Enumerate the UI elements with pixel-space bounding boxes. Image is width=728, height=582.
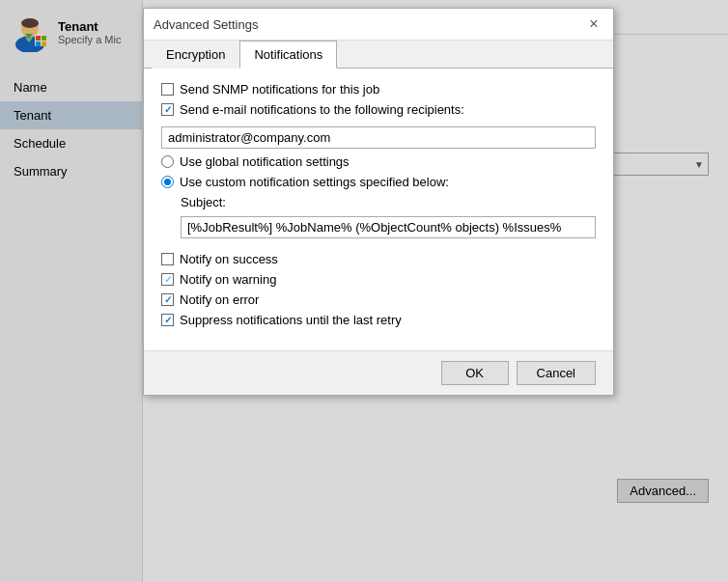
notify-warning-row: Notify on warning <box>161 272 596 287</box>
global-radio-row: Use global notification settings <box>161 154 596 169</box>
tab-notifications[interactable]: Notifications <box>239 41 337 69</box>
notify-error-checkbox[interactable] <box>161 293 174 306</box>
modal-title: Advanced Settings <box>154 17 258 32</box>
snmp-checkbox[interactable] <box>161 83 174 96</box>
notify-warning-label: Notify on warning <box>180 272 276 287</box>
ok-button[interactable]: OK <box>441 361 509 385</box>
global-radio-label: Use global notification settings <box>180 154 350 169</box>
modal-titlebar: Advanced Settings × <box>144 9 613 41</box>
email-checkbox[interactable] <box>161 103 174 116</box>
notify-warning-checkbox[interactable] <box>161 273 174 286</box>
custom-radio-label: Use custom notification settings specifi… <box>180 175 449 189</box>
modal-footer: OK Cancel <box>144 350 613 395</box>
email-row: Send e-mail notifications to the followi… <box>161 102 596 117</box>
cancel-button[interactable]: Cancel <box>517 361 596 385</box>
notify-success-label: Notify on success <box>180 252 278 266</box>
advanced-settings-dialog: Advanced Settings × Encryption Notificat… <box>143 8 614 396</box>
suppress-row: Suppress notifications until the last re… <box>161 313 596 327</box>
notify-error-label: Notify on error <box>180 292 259 307</box>
modal-body: Send SNMP notifications for this job Sen… <box>144 69 613 350</box>
subject-label: Subject: <box>181 195 596 209</box>
suppress-label: Suppress notifications until the last re… <box>180 313 402 327</box>
email-input[interactable]: administrator@company.com <box>161 126 596 149</box>
snmp-row: Send SNMP notifications for this job <box>161 82 596 97</box>
custom-radio[interactable] <box>161 176 174 188</box>
modal-tabs: Encryption Notifications <box>144 41 613 69</box>
close-button[interactable]: × <box>584 14 603 34</box>
notify-error-row: Notify on error <box>161 292 596 307</box>
notify-section: Notify on success Notify on warning Noti… <box>161 252 596 327</box>
subject-section: Subject: [%JobResult%] %JobName% (%Objec… <box>181 195 596 244</box>
snmp-label: Send SNMP notifications for this job <box>180 82 379 97</box>
notify-success-row: Notify on success <box>161 252 596 266</box>
global-radio[interactable] <box>161 155 174 168</box>
notify-success-checkbox[interactable] <box>161 253 174 265</box>
subject-input[interactable]: [%JobResult%] %JobName% (%ObjectCount% o… <box>181 216 596 238</box>
custom-radio-row: Use custom notification settings specifi… <box>161 175 596 189</box>
email-label: Send e-mail notifications to the followi… <box>180 102 464 117</box>
tab-encryption[interactable]: Encryption <box>152 41 239 69</box>
suppress-checkbox[interactable] <box>161 314 174 326</box>
